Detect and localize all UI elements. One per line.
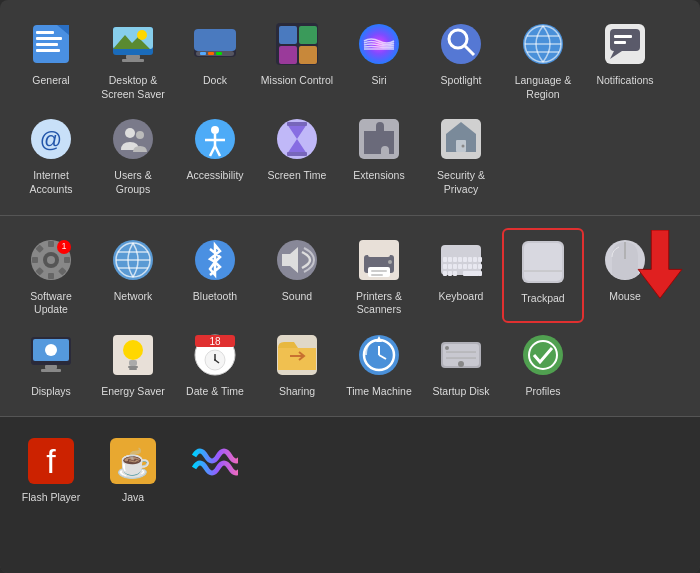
dock-label: Dock <box>203 74 227 88</box>
row-4: DisplaysEnergy Saver18Date & TimeSharing… <box>10 323 690 405</box>
pref-item-software-update[interactable]: 1Software Update <box>10 228 92 323</box>
svg-rect-33 <box>614 35 632 38</box>
users-groups-label: Users & Groups <box>96 169 170 196</box>
internet-accounts-label: Internet Accounts <box>14 169 88 196</box>
java-label: Java <box>122 491 144 505</box>
pref-item-time-machine[interactable]: Time Machine <box>338 323 420 405</box>
row-1: GeneralDesktop & Screen SaverDockMission… <box>10 12 690 107</box>
svg-rect-89 <box>463 264 467 269</box>
pref-item-java[interactable]: ☕Java <box>92 429 174 511</box>
pref-item-flash-player[interactable]: fFlash Player <box>10 429 92 511</box>
pref-item-printers-scanners[interactable]: Printers & Scanners <box>338 228 420 323</box>
profiles-icon <box>517 329 569 381</box>
svg-point-126 <box>458 361 464 367</box>
displays-label: Displays <box>31 385 71 399</box>
pref-item-date-time[interactable]: 18Date & Time <box>174 323 256 405</box>
svg-rect-83 <box>473 257 477 262</box>
svg-rect-74 <box>371 270 387 272</box>
svg-point-119 <box>214 359 216 361</box>
pref-item-bluetooth[interactable]: Bluetooth <box>174 228 256 323</box>
svg-rect-111 <box>128 366 138 368</box>
sound-icon <box>271 234 323 286</box>
flash-player-icon: f <box>25 435 77 487</box>
svg-rect-92 <box>478 264 482 269</box>
pref-item-sharing[interactable]: Sharing <box>256 323 338 405</box>
system-preferences-window: GeneralDesktop & Screen SaverDockMission… <box>0 0 700 573</box>
pref-item-notifications[interactable]: Notifications <box>584 12 666 107</box>
svg-rect-88 <box>458 264 462 269</box>
pref-item-startup-disk[interactable]: Startup Disk <box>420 323 502 405</box>
svg-rect-56 <box>32 257 38 263</box>
pref-item-general[interactable]: General <box>10 12 92 107</box>
mouse-label: Mouse <box>609 290 641 304</box>
pref-item-profiles[interactable]: Profiles <box>502 323 584 405</box>
pref-item-mouse[interactable]: Mouse <box>584 228 666 323</box>
printers-scanners-icon <box>353 234 405 286</box>
pref-item-language-region[interactable]: Language & Region <box>502 12 584 107</box>
svg-rect-2 <box>36 31 54 34</box>
pref-item-energy-saver[interactable]: Energy Saver <box>92 323 174 405</box>
svg-rect-45 <box>287 152 307 156</box>
pref-item-accessibility[interactable]: Accessibility <box>174 107 256 202</box>
svg-rect-75 <box>371 274 383 276</box>
pref-item-trackpad[interactable]: Trackpad <box>502 228 584 323</box>
svg-rect-95 <box>453 271 457 276</box>
svg-rect-94 <box>448 271 452 276</box>
pref-item-dock[interactable]: Dock <box>174 12 256 107</box>
svg-rect-86 <box>448 264 452 269</box>
startup-disk-label: Startup Disk <box>432 385 489 399</box>
trackpad-icon <box>517 236 569 288</box>
svg-rect-20 <box>279 26 297 44</box>
svg-rect-84 <box>478 257 482 262</box>
bluetooth-icon <box>189 234 241 286</box>
svg-point-127 <box>445 346 449 350</box>
pref-item-navi[interactable] <box>174 429 256 511</box>
pref-item-security-privacy[interactable]: Security & Privacy <box>420 107 502 202</box>
svg-rect-71 <box>368 245 390 257</box>
svg-text:1: 1 <box>61 241 66 251</box>
svg-rect-52 <box>64 257 70 263</box>
svg-rect-16 <box>200 52 206 55</box>
pref-item-siri[interactable]: Siri <box>338 12 420 107</box>
displays-icon <box>25 329 77 381</box>
general-label: General <box>32 74 69 88</box>
software-update-icon: 1 <box>25 234 77 286</box>
pref-item-users-groups[interactable]: Users & Groups <box>92 107 174 202</box>
pref-item-sound[interactable]: Sound <box>256 228 338 323</box>
printers-scanners-label: Printers & Scanners <box>342 290 416 317</box>
svg-rect-80 <box>458 257 462 262</box>
svg-rect-110 <box>129 360 137 366</box>
network-icon <box>107 234 159 286</box>
svg-point-39 <box>136 131 144 139</box>
language-region-label: Language & Region <box>506 74 580 101</box>
pref-item-spotlight[interactable]: Spotlight <box>420 12 502 107</box>
accessibility-icon <box>189 113 241 165</box>
dock-icon <box>189 18 241 70</box>
svg-rect-90 <box>468 264 472 269</box>
notifications-label: Notifications <box>596 74 653 88</box>
pref-item-network[interactable]: Network <box>92 228 174 323</box>
pref-item-desktop-screensaver[interactable]: Desktop & Screen Saver <box>92 12 174 107</box>
svg-rect-21 <box>299 26 317 44</box>
svg-rect-12 <box>122 59 144 62</box>
energy-saver-label: Energy Saver <box>101 385 165 399</box>
svg-rect-98 <box>478 271 482 276</box>
svg-rect-91 <box>473 264 477 269</box>
siri-label: Siri <box>371 74 386 88</box>
pref-item-mission-control[interactable]: Mission Control <box>256 12 338 107</box>
svg-rect-54 <box>48 273 54 279</box>
svg-rect-58 <box>48 241 54 247</box>
svg-rect-81 <box>463 257 467 262</box>
svg-rect-14 <box>194 29 236 51</box>
svg-rect-11 <box>126 55 140 59</box>
screen-time-icon <box>271 113 323 165</box>
svg-rect-4 <box>36 43 58 46</box>
sound-label: Sound <box>282 290 312 304</box>
pref-item-displays[interactable]: Displays <box>10 323 92 405</box>
pref-item-internet-accounts[interactable]: @Internet Accounts <box>10 107 92 202</box>
pref-item-keyboard[interactable]: Keyboard <box>420 228 502 323</box>
sharing-icon <box>271 329 323 381</box>
mouse-icon <box>599 234 651 286</box>
pref-item-extensions[interactable]: Extensions <box>338 107 420 202</box>
pref-item-screen-time[interactable]: Screen Time <box>256 107 338 202</box>
